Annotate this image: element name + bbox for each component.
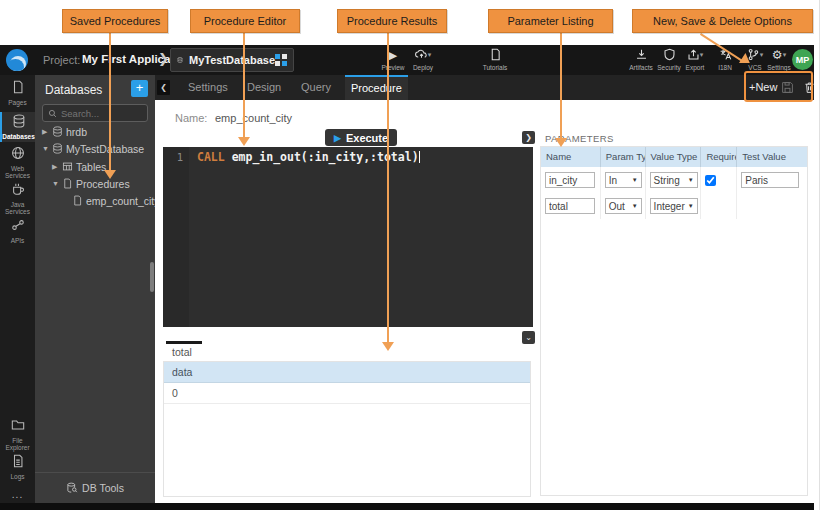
tab-design[interactable]: Design [241,75,287,100]
rail-more-button[interactable]: ... [0,489,35,500]
tab-bar: ❮ Settings Design Query Procedure +New [155,75,814,100]
top-toolbar: Project: My First Application ❯ MyTestDa… [0,45,814,75]
search-icon [48,109,57,118]
app-root: Saved Procedures Procedure Editor Proced… [0,0,820,510]
results-cell: 0 [164,383,530,404]
callout-arrow-line [109,33,111,171]
sql-keyword: CALL [197,150,225,164]
folder-icon [11,418,25,432]
dropdown-arrow-icon: ▼ [688,203,694,209]
play-icon: ▶ [334,133,341,143]
caret-down-icon[interactable]: ▼ [42,145,49,152]
sidebar-item-file-explorer[interactable]: File Explorer [0,418,35,451]
coffee-cup-icon [11,182,25,196]
chevron-down-icon: ▾ [428,51,432,58]
procedure-name-value: emp_count_city [215,112,292,124]
callout-parameter-listing: Parameter Listing [488,9,613,33]
sidebar-item-logs[interactable]: Logs [0,454,35,480]
caret-right-icon[interactable]: ▶ [52,163,57,171]
panel-title: Databases [45,83,102,97]
main-content: ❮ Settings Design Query Procedure +New N… [155,75,814,503]
deploy-button[interactable]: ▾ Deploy [400,48,446,71]
current-database-selector[interactable]: MyTestDatabase [170,48,294,72]
parameter-row: In▼ String▼ [541,167,807,193]
value-type-select[interactable]: Integer▼ [650,198,698,214]
callout-procedure-editor: Procedure Editor [190,9,300,33]
wavemaker-logo-icon [6,49,28,71]
tab-settings[interactable]: Settings [182,75,234,100]
tab-query[interactable]: Query [295,75,337,100]
document-icon [489,48,502,61]
value-type-select[interactable]: String▼ [650,172,698,188]
callout-saved-procedures: Saved Procedures [62,9,168,33]
database-icon [52,143,63,154]
callout-new-save-delete: New, Save & Delete Options [632,9,813,33]
api-connector-icon [11,218,25,232]
required-checkbox[interactable] [705,175,716,186]
search-input[interactable] [61,108,141,119]
sidebar-item-java-services[interactable]: Java Services [0,182,35,215]
callout-arrow-line [387,33,389,343]
param-name-input[interactable] [545,172,595,188]
expand-params-button[interactable]: ❯ [522,131,535,144]
procedure-name-label: Name: [175,112,207,124]
caret-down-icon[interactable]: ▼ [52,180,59,187]
callout-arrow-head [555,138,567,147]
text-cursor [419,151,420,163]
cloud-upload-icon [415,48,428,61]
sidebar-item-databases[interactable]: Databases [0,112,35,142]
panel-scrollbar[interactable] [150,262,154,292]
search-box[interactable] [42,104,148,122]
procedure-file-icon [72,195,83,206]
callout-arrow-head [104,170,116,179]
param-name-input[interactable] [545,198,595,214]
param-type-select[interactable]: In▼ [605,172,642,188]
tutorials-button[interactable]: Tutorials [472,48,518,71]
callout-arrow-head [382,342,394,351]
param-type-select[interactable]: Out▼ [605,198,642,214]
database-icon [12,114,26,128]
database-icon [177,54,183,66]
switch-view-grid-icon[interactable] [275,54,287,66]
collapse-results-button[interactable]: ⌄ [522,331,535,344]
gear-icon: ⚙ [772,48,783,62]
result-tab-total[interactable]: total [172,346,192,358]
current-database-name: MyTestDatabase [189,54,275,66]
breadcrumb-chevron-icon: ❯ [158,51,169,66]
collapse-panel-button[interactable]: ❮ [157,80,170,95]
sidebar-item-web-services[interactable]: Web Services [0,146,35,179]
parameters-header-row: Name Param Type Value Type Required Test… [541,147,807,167]
tree-item-emp-count-city[interactable]: emp_count_city [35,193,155,210]
sql-code-editor[interactable]: 1 CALL emp_in_out(:in_city,:total) [163,147,533,327]
project-label: Project: [43,54,80,66]
active-result-tab-indicator [166,341,202,344]
log-file-icon [11,454,25,468]
tree-item-hrdb[interactable]: ▶ hrdb [35,124,155,141]
dropdown-arrow-icon: ▼ [632,203,638,209]
globe-icon [11,146,25,160]
callout-procedure-results: Procedure Results [337,9,447,33]
parameters-panel: Name Param Type Value Type Required Test… [540,146,808,496]
line-number: 1 [163,151,183,163]
callout-arrow-line [560,33,562,139]
db-tools-button[interactable]: DB Tools [35,472,155,503]
dropdown-arrow-icon: ▼ [632,177,638,183]
tab-procedure[interactable]: Procedure [345,75,408,100]
sql-statement: emp_in_out(:in_city,:total) [225,150,419,164]
sidebar-item-apis[interactable]: APIs [0,218,35,244]
db-tools-icon [66,482,78,494]
database-icon [52,126,63,137]
table-icon [62,161,73,172]
caret-right-icon[interactable]: ▶ [42,128,47,136]
tree-item-mytestdatabase[interactable]: ▼ MyTestDatabase [35,141,155,158]
editor-gutter [163,147,189,327]
callout-arrow-line [243,33,245,138]
test-value-input[interactable] [741,172,799,188]
tree-item-procedures[interactable]: ▼ Procedures [35,176,155,193]
results-column-header: data [164,362,530,383]
user-avatar[interactable]: MP [792,49,813,70]
add-database-button[interactable]: + [131,80,148,97]
procedure-file-icon [62,178,73,189]
sidebar-item-pages[interactable]: Pages [0,80,35,106]
tree-item-tables[interactable]: ▶ Tables [35,159,155,176]
